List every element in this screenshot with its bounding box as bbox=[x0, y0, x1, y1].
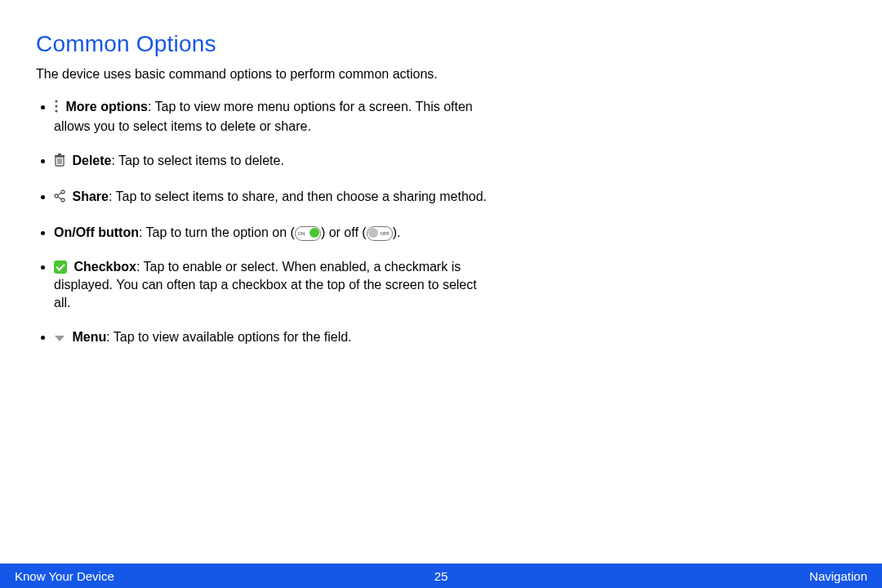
item-text-suffix: ). bbox=[393, 225, 401, 239]
footer-bar: Know Your Device 25 Navigation bbox=[0, 564, 882, 588]
footer-page-number: 25 bbox=[0, 569, 882, 583]
more-options-icon bbox=[54, 100, 59, 118]
svg-point-1 bbox=[55, 105, 57, 107]
list-item-onoff: On/Off button: Tap to turn the option on… bbox=[54, 224, 493, 242]
item-label: Checkbox bbox=[74, 260, 136, 274]
chevron-down-icon bbox=[54, 330, 65, 348]
content-column: Common Options The device uses basic com… bbox=[0, 0, 529, 348]
svg-line-13 bbox=[58, 197, 62, 199]
svg-point-10 bbox=[55, 194, 58, 198]
share-icon bbox=[54, 189, 65, 207]
list-item-menu: Menu: Tap to view available options for … bbox=[54, 328, 493, 348]
item-label: Menu bbox=[72, 330, 106, 344]
svg-marker-14 bbox=[55, 336, 65, 341]
list-item-share: Share: Tap to select items to share, and… bbox=[54, 188, 493, 207]
toggle-off-icon: OFF bbox=[367, 226, 393, 241]
svg-point-0 bbox=[55, 100, 57, 102]
item-text-mid: ) or off ( bbox=[321, 225, 367, 239]
item-label: Share bbox=[72, 189, 108, 203]
list-item-checkbox: Checkbox: Tap to enable or select. When … bbox=[54, 258, 493, 312]
svg-point-11 bbox=[61, 198, 65, 202]
item-text: : Tap to select items to share, and then… bbox=[109, 189, 487, 203]
checkbox-icon bbox=[54, 261, 67, 274]
toggle-on-icon: ON bbox=[295, 226, 321, 241]
options-list: More options: Tap to view more menu opti… bbox=[36, 98, 493, 348]
page-container: Common Options The device uses basic com… bbox=[0, 0, 882, 588]
list-item-delete: Delete: Tap to select items to delete. bbox=[54, 152, 493, 172]
item-text-prefix: : Tap to turn the option on ( bbox=[139, 225, 295, 239]
list-item-more-options: More options: Tap to view more menu opti… bbox=[54, 98, 493, 136]
svg-point-9 bbox=[61, 190, 65, 194]
item-text: : Tap to view available options for the … bbox=[106, 330, 351, 344]
toggle-off-label: OFF bbox=[381, 227, 390, 240]
intro-paragraph: The device uses basic command options to… bbox=[36, 65, 493, 83]
item-label: Delete bbox=[72, 154, 111, 167]
trash-icon bbox=[54, 154, 65, 172]
svg-rect-4 bbox=[55, 155, 65, 157]
item-text: : Tap to select items to delete. bbox=[111, 154, 283, 167]
svg-line-12 bbox=[58, 193, 62, 195]
svg-rect-5 bbox=[58, 154, 61, 155]
item-label: On/Off button bbox=[54, 225, 139, 239]
page-title: Common Options bbox=[36, 31, 493, 57]
svg-point-2 bbox=[55, 109, 57, 112]
item-label: More options bbox=[65, 100, 147, 114]
toggle-on-label: ON bbox=[298, 227, 305, 240]
